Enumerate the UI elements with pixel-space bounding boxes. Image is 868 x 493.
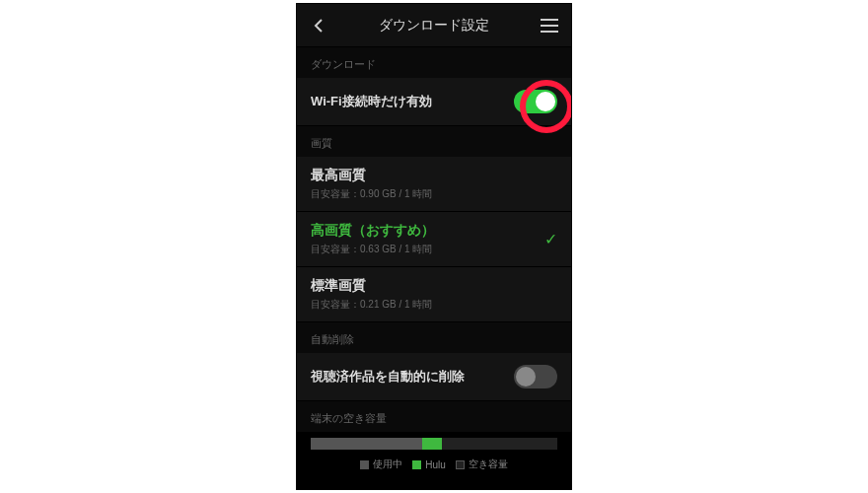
storage-seg-used xyxy=(311,438,422,450)
quality-sub: 目安容量：0.21 GB / 1 時間 xyxy=(311,298,557,312)
quality-title: 最高画質 xyxy=(311,167,557,184)
quality-title: 高画質（おすすめ） xyxy=(311,222,544,240)
storage-seg-free xyxy=(442,438,558,450)
page-title: ダウンロード設定 xyxy=(328,17,540,35)
wifi-only-toggle[interactable] xyxy=(514,90,557,113)
autodelete-toggle[interactable] xyxy=(514,365,557,388)
quality-option-standard[interactable]: 標準画質 目安容量：0.21 GB / 1 時間 xyxy=(297,267,571,322)
header-bar: ダウンロード設定 xyxy=(297,4,571,47)
hamburger-icon[interactable] xyxy=(540,19,559,33)
legend-used: 使用中 xyxy=(373,458,402,471)
section-label-storage: 端末の空き容量 xyxy=(297,401,571,432)
quality-option-high[interactable]: 高画質（おすすめ） 目安容量：0.63 GB / 1 時間 ✓ xyxy=(297,212,571,267)
section-label-autodelete: 自動削除 xyxy=(297,322,571,353)
section-label-download: ダウンロード xyxy=(297,47,571,78)
back-icon[interactable] xyxy=(309,18,328,34)
checkmark-icon: ✓ xyxy=(544,230,557,248)
autodelete-row[interactable]: 視聴済作品を自動的に削除 xyxy=(297,353,571,401)
wifi-only-row[interactable]: Wi-Fi接続時だけ有効 xyxy=(297,78,571,126)
autodelete-label: 視聴済作品を自動的に削除 xyxy=(311,368,465,386)
storage-bar xyxy=(311,438,557,450)
quality-title: 標準画質 xyxy=(311,277,557,295)
settings-screen: ダウンロード設定 ダウンロード Wi-Fi接続時だけ有効 画質 最高画質 目安容… xyxy=(296,3,572,490)
storage-seg-hulu xyxy=(422,438,442,450)
legend-hulu: Hulu xyxy=(425,459,446,470)
wifi-only-label: Wi-Fi接続時だけ有効 xyxy=(311,93,432,110)
quality-option-highest[interactable]: 最高画質 目安容量：0.90 GB / 1 時間 xyxy=(297,157,571,212)
quality-sub: 目安容量：0.90 GB / 1 時間 xyxy=(311,187,557,201)
storage-legend: 使用中 Hulu 空き容量 xyxy=(297,458,571,481)
legend-free: 空き容量 xyxy=(469,458,508,471)
quality-sub: 目安容量：0.63 GB / 1 時間 xyxy=(311,243,544,256)
section-label-quality: 画質 xyxy=(297,126,571,157)
